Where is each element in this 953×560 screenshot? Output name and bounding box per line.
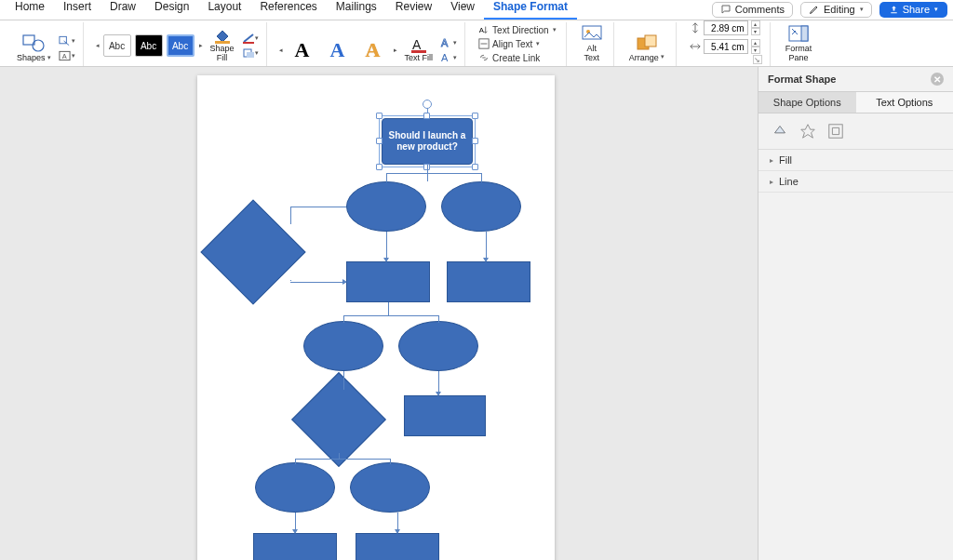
wordart-next-button[interactable]: ▸ xyxy=(394,47,397,54)
panel-tab-shape-options[interactable]: Shape Options xyxy=(758,92,856,113)
connector[interactable] xyxy=(290,280,291,281)
tab-shape-format[interactable]: Shape Format xyxy=(484,0,577,20)
document-canvas[interactable]: Should I launch a new product? xyxy=(0,67,758,560)
panel-tab-text-options[interactable]: Text Options xyxy=(856,92,954,113)
flowchart-process[interactable] xyxy=(356,533,439,560)
flowchart-process[interactable] xyxy=(253,533,337,560)
resize-handle-e[interactable] xyxy=(472,138,478,144)
flowchart-decision[interactable] xyxy=(216,215,290,289)
connector[interactable] xyxy=(481,173,482,182)
shape-fill-button[interactable]: Shape Fill xyxy=(207,27,238,64)
width-up[interactable]: ▴ xyxy=(751,39,760,47)
resize-handle-ne[interactable] xyxy=(472,113,478,119)
flowchart-process[interactable] xyxy=(346,261,430,302)
create-link-button[interactable]: Create Link xyxy=(476,51,542,64)
flowchart-ellipse[interactable] xyxy=(398,321,478,371)
connector[interactable] xyxy=(290,282,346,283)
connector[interactable] xyxy=(438,315,439,323)
flowchart-process[interactable] xyxy=(447,261,530,302)
text-fill-button[interactable]: A Text Fill xyxy=(401,36,437,64)
alt-text-button[interactable]: Alt Text xyxy=(578,23,606,64)
connector[interactable] xyxy=(339,459,390,460)
tab-review[interactable]: Review xyxy=(386,0,441,20)
size-launcher-icon[interactable]: ↘ xyxy=(753,55,762,64)
width-down[interactable]: ▾ xyxy=(751,47,760,54)
wordart-style-3[interactable]: A xyxy=(357,37,389,63)
connector[interactable] xyxy=(390,459,391,464)
flowchart-decision[interactable] xyxy=(305,386,372,453)
connector[interactable] xyxy=(295,459,339,460)
svg-rect-16 xyxy=(583,26,601,39)
flowchart-ellipse[interactable] xyxy=(350,462,430,513)
effects-category-icon[interactable] xyxy=(799,123,816,140)
flowchart-ellipse[interactable] xyxy=(346,181,426,232)
shape-outline-button[interactable]: ▾ xyxy=(242,32,259,45)
text-box-button[interactable]: A▾ xyxy=(59,49,75,62)
share-button[interactable]: Share ▾ xyxy=(879,2,947,18)
connector[interactable] xyxy=(388,315,438,316)
svg-rect-19 xyxy=(645,35,656,47)
panel-header: Format Shape ✕ xyxy=(758,67,953,91)
resize-handle-nw[interactable] xyxy=(376,113,383,119)
connector[interactable] xyxy=(386,173,427,174)
size-properties-icon[interactable] xyxy=(827,123,844,140)
shape-fill-label: Shape Fill xyxy=(210,44,235,62)
connector[interactable] xyxy=(343,315,344,323)
resize-handle-se[interactable] xyxy=(472,164,478,170)
text-direction-button[interactable]: AText Direction▾ xyxy=(476,23,558,36)
flowchart-ellipse[interactable] xyxy=(255,462,335,513)
accordion-line[interactable]: ▸Line xyxy=(758,171,953,193)
resize-handle-n[interactable] xyxy=(423,113,430,119)
shape-width-input[interactable] xyxy=(704,39,748,54)
connector[interactable] xyxy=(388,302,389,315)
style-prev-button[interactable]: ◂ xyxy=(96,42,100,49)
accordion-fill[interactable]: ▸Fill xyxy=(758,150,953,171)
comments-button[interactable]: Comments xyxy=(712,2,793,18)
connector[interactable] xyxy=(427,173,481,174)
edit-shape-button[interactable]: ▾ xyxy=(59,34,75,47)
shape-height-input[interactable] xyxy=(704,20,748,35)
shape-style-2[interactable]: Abc xyxy=(135,34,163,57)
arrange-button[interactable]: Arrange▾ xyxy=(625,33,668,64)
tab-view[interactable]: View xyxy=(441,0,484,20)
style-next-button[interactable]: ▸ xyxy=(199,42,203,49)
editing-mode-button[interactable]: Editing ▾ xyxy=(800,2,872,18)
tab-home[interactable]: Home xyxy=(6,0,54,20)
wordart-style-1[interactable]: A xyxy=(287,37,318,63)
tab-mailings[interactable]: Mailings xyxy=(327,0,386,20)
shape-style-3[interactable]: Abc xyxy=(167,34,195,57)
shape-effects-button[interactable]: ▾ xyxy=(242,47,259,60)
tab-draw[interactable]: Draw xyxy=(101,0,145,20)
flowchart-process[interactable] xyxy=(404,395,486,436)
resize-handle-w[interactable] xyxy=(376,138,383,144)
text-outline-button[interactable]: A▾ xyxy=(440,36,457,49)
wordart-style-2[interactable]: A xyxy=(322,37,354,63)
flowchart-ellipse[interactable] xyxy=(303,321,383,371)
panel-close-button[interactable]: ✕ xyxy=(931,73,944,86)
connector[interactable] xyxy=(295,459,296,464)
resize-handle-sw[interactable] xyxy=(376,164,383,170)
flowchart-ellipse[interactable] xyxy=(441,181,521,232)
tab-references[interactable]: References xyxy=(250,0,326,20)
rotate-handle[interactable] xyxy=(423,100,432,109)
tab-design[interactable]: Design xyxy=(145,0,198,20)
connector[interactable] xyxy=(343,315,388,316)
connector[interactable] xyxy=(290,207,291,224)
format-pane-button[interactable]: Format Pane xyxy=(782,23,816,64)
chevron-right-icon: ▸ xyxy=(770,156,773,165)
height-down[interactable]: ▾ xyxy=(751,28,760,35)
align-text-button[interactable]: Align Text▾ xyxy=(476,37,542,50)
connector[interactable] xyxy=(386,173,387,182)
tab-insert[interactable]: Insert xyxy=(54,0,101,20)
height-up[interactable]: ▴ xyxy=(751,20,760,28)
wordart-prev-button[interactable]: ◂ xyxy=(279,47,283,54)
shape-style-1[interactable]: Abc xyxy=(103,34,131,57)
svg-text:A: A xyxy=(412,38,422,52)
text-effects-button[interactable]: A▾ xyxy=(440,51,457,64)
tab-layout[interactable]: Layout xyxy=(198,0,250,20)
connector[interactable] xyxy=(343,371,344,390)
shapes-gallery-button[interactable]: Shapes▾ xyxy=(13,33,55,64)
fill-and-line-icon[interactable] xyxy=(772,123,788,140)
connector[interactable] xyxy=(290,207,346,207)
title-bar-actions: Comments Editing ▾ Share ▾ xyxy=(712,2,947,20)
